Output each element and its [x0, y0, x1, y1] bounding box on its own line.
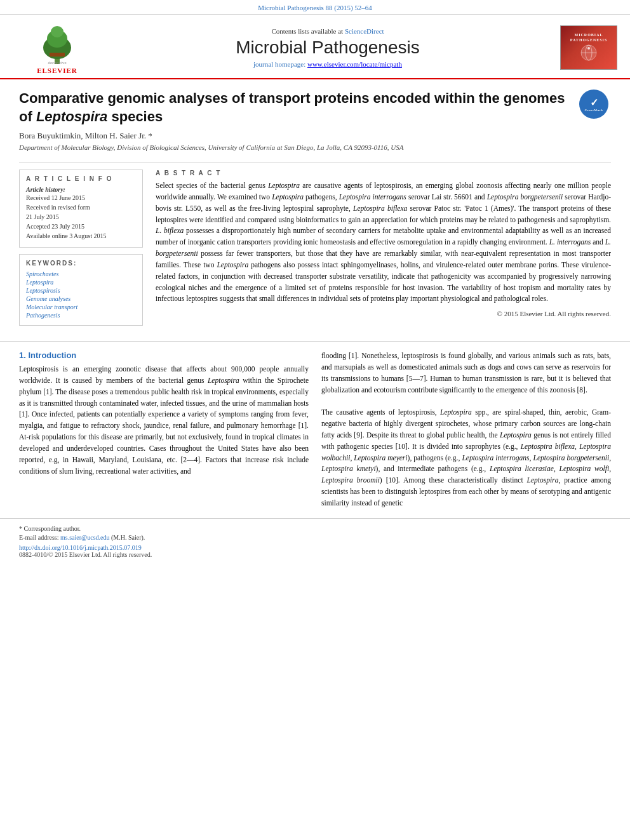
article-title-area: Comparative genomic analyses of transpor…: [19, 90, 569, 156]
revised-date: 21 July 2015: [26, 213, 136, 220]
elsevier-tree-icon: decorative: [32, 21, 83, 65]
contents-available: Contents lists available at ScienceDirec…: [108, 27, 547, 35]
abstract-section: A B S T R A C T Select species of the ba…: [156, 170, 611, 317]
journal-logo-box: MICROBIAL PATHOGENESIS: [560, 25, 617, 70]
body-section: 1. Introduction Leptospirosis is an emer…: [0, 350, 630, 509]
svg-point-9: [587, 47, 590, 50]
elsevier-logo: decorative ELSEVIER: [13, 21, 102, 74]
body-col-left: 1. Introduction Leptospirosis is an emer…: [19, 350, 309, 509]
journal-logo-icon: [576, 43, 601, 62]
article-info-title: A R T I C L E I N F O: [26, 175, 136, 182]
svg-point-3: [51, 26, 64, 37]
journal-top-bar: Microbial Pathogenesis 88 (2015) 52–64: [0, 0, 630, 15]
journal-header-center: Contents lists available at ScienceDirec…: [102, 27, 554, 68]
affiliation: Department of Molecular Biology, Divisio…: [19, 143, 569, 151]
revised-label: Received in revised form: [26, 204, 136, 211]
introduction-text-col1: Leptospirosis is an emerging zoonotic di…: [19, 364, 309, 477]
abstract-text: Select species of the bacterial genus Le…: [156, 180, 611, 305]
body-col-right: flooding [1]. Nonetheless, leptospirosis…: [321, 350, 611, 509]
abstract-column: A B S T R A C T Select species of the ba…: [156, 170, 611, 326]
received-date: Received 12 June 2015: [26, 194, 136, 201]
keyword-genome: Genome analyses: [26, 295, 136, 302]
keyword-leptospirosis: Leptospirosis: [26, 287, 136, 294]
journal-citation: Microbial Pathogenesis 88 (2015) 52–64: [258, 4, 372, 11]
keywords-box: Keywords: Spirochaetes Leptospira Leptos…: [19, 254, 143, 326]
online-date: Available online 3 August 2015: [26, 232, 136, 239]
journal-header: decorative ELSEVIER Contents lists avail…: [0, 15, 630, 79]
introduction-heading: 1. Introduction: [19, 350, 309, 360]
email-note: E-mail address: ms.saier@ucsd.edu (M.H. …: [19, 534, 611, 541]
article-footer: * Corresponding author. E-mail address: …: [0, 518, 630, 563]
copyright-line: © 2015 Elsevier Ltd. All rights reserved…: [156, 310, 611, 317]
keyword-pathogenesis: Pathogenesis: [26, 312, 136, 319]
doi-link[interactable]: http://dx.doi.org/10.1016/j.micpath.2015…: [19, 544, 142, 551]
accepted-date: Accepted 23 July 2015: [26, 223, 136, 230]
article-info-box: A R T I C L E I N F O Article history: R…: [19, 170, 143, 248]
journal-title: Microbial Pathogenesis: [108, 37, 547, 58]
homepage-link[interactable]: www.elsevier.com/locate/micpath: [307, 60, 402, 68]
issn-line: 0882-4010/© 2015 Elsevier Ltd. All right…: [19, 551, 611, 558]
email-link[interactable]: ms.saier@ucsd.edu: [60, 534, 110, 541]
keyword-molecular: Molecular transport: [26, 303, 136, 310]
journal-header-right: MICROBIAL PATHOGENESIS: [554, 25, 617, 70]
article-content: Comparative genomic analyses of transpor…: [0, 79, 630, 332]
journal-homepage: journal homepage: www.elsevier.com/locat…: [108, 60, 547, 68]
article-info-abstract: A R T I C L E I N F O Article history: R…: [19, 163, 611, 326]
section-divider: [0, 341, 630, 342]
sciencedirect-link[interactable]: ScienceDirect: [345, 27, 384, 35]
article-title: Comparative genomic analyses of transpor…: [19, 90, 569, 126]
svg-text:decorative: decorative: [48, 60, 66, 65]
crossmark-icon: ✓ CrossMark: [579, 90, 608, 119]
page: Microbial Pathogenesis 88 (2015) 52–64 d…: [0, 0, 630, 563]
history-label: Article history:: [26, 186, 136, 193]
svg-rect-4: [50, 53, 65, 57]
elsevier-logo-section: decorative ELSEVIER: [13, 21, 102, 74]
keywords-title: Keywords:: [26, 260, 136, 267]
body-two-col: 1. Introduction Leptospirosis is an emer…: [19, 350, 611, 509]
doi-line: http://dx.doi.org/10.1016/j.micpath.2015…: [19, 544, 611, 551]
abstract-title: A B S T R A C T: [156, 170, 611, 177]
crossmark-badge: ✓ CrossMark: [579, 90, 611, 121]
elsevier-label: ELSEVIER: [37, 67, 77, 74]
keyword-spirochaetes: Spirochaetes: [26, 270, 136, 277]
introduction-text-col2: flooding [1]. Nonetheless, leptospirosis…: [321, 350, 611, 509]
authors: Bora Buyuktimkin, Milton H. Saier Jr. *: [19, 131, 569, 141]
article-title-section: Comparative genomic analyses of transpor…: [19, 90, 611, 156]
corresponding-note: * Corresponding author.: [19, 525, 611, 532]
keyword-leptospira: Leptospira: [26, 279, 136, 286]
article-info-column: A R T I C L E I N F O Article history: R…: [19, 170, 143, 326]
